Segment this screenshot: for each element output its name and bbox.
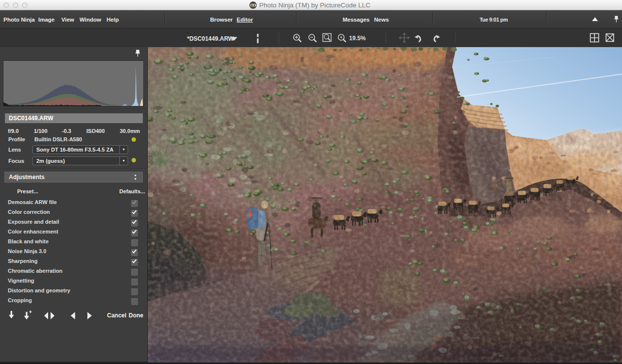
svg-text:19.5%: 19.5% bbox=[349, 35, 366, 42]
svg-text:*DSC01449.ARW: *DSC01449.ARW bbox=[187, 35, 234, 42]
